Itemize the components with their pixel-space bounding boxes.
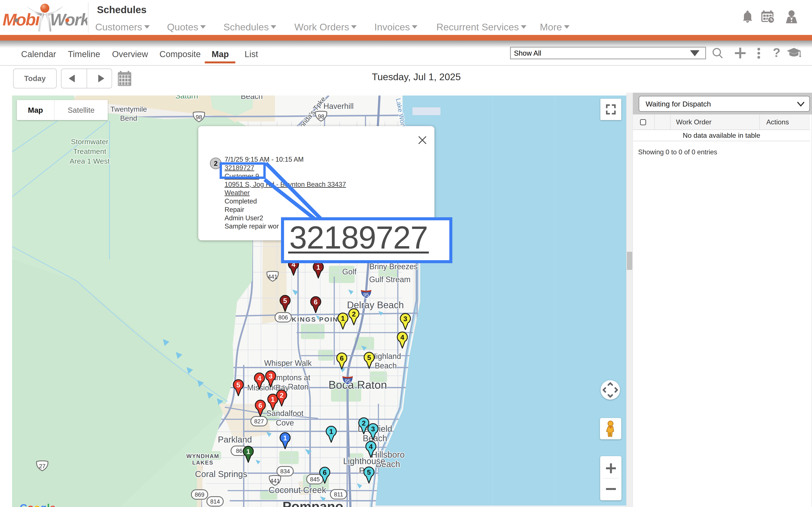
svg-text:441: 441	[270, 478, 280, 484]
svg-text:G: G	[20, 502, 27, 507]
svg-text:l: l	[47, 502, 50, 507]
svg-text:95: 95	[345, 378, 351, 384]
svg-text:3: 3	[403, 315, 407, 323]
svg-text:Beach: Beach	[375, 361, 397, 370]
svg-text:Boca Raton: Boca Raton	[328, 379, 387, 391]
svg-text:Golf: Golf	[342, 267, 357, 276]
svg-text:845: 845	[310, 476, 320, 483]
svg-text:98: 98	[196, 114, 202, 120]
svg-text:27: 27	[39, 463, 46, 469]
svg-text:98: 98	[318, 113, 324, 120]
svg-text:Lighthouse: Lighthouse	[343, 456, 385, 466]
svg-text:Bend: Bend	[120, 114, 137, 122]
svg-text:Saturn: Saturn	[175, 96, 198, 100]
svg-text:5: 5	[367, 468, 371, 476]
svg-text:1: 1	[271, 396, 275, 403]
svg-text:Coral Springs: Coral Springs	[195, 469, 247, 479]
svg-text:Briny Breezes: Briny Breezes	[369, 262, 418, 271]
svg-text:4: 4	[369, 443, 373, 451]
svg-text:Treatment: Treatment	[73, 147, 106, 156]
svg-text:Sandalfoot: Sandalfoot	[266, 409, 303, 418]
svg-text:Beach: Beach	[241, 96, 263, 101]
svg-text:2: 2	[352, 310, 356, 318]
svg-text:LAKES: LAKES	[192, 459, 213, 466]
svg-text:869: 869	[195, 492, 204, 498]
svg-text:o: o	[34, 502, 40, 507]
svg-text:Whisper Walk: Whisper Walk	[264, 359, 312, 368]
svg-text:KINGS POINT: KINGS POINT	[292, 316, 343, 323]
svg-text:Parkland: Parkland	[218, 435, 252, 444]
svg-text:2: 2	[362, 419, 366, 427]
svg-text:1: 1	[283, 434, 287, 442]
svg-text:1: 1	[329, 428, 333, 436]
svg-text:6: 6	[258, 402, 262, 409]
svg-text:86: 86	[236, 448, 242, 454]
svg-text:4: 4	[400, 334, 404, 341]
svg-text:811: 811	[334, 491, 343, 498]
svg-text:1: 1	[341, 315, 345, 322]
svg-text:e: e	[50, 502, 56, 507]
svg-text:?: ?	[773, 46, 780, 59]
svg-text:Gulf Stream: Gulf Stream	[369, 275, 411, 284]
svg-text:6: 6	[314, 298, 318, 306]
svg-text:1: 1	[316, 264, 320, 271]
svg-text:6: 6	[323, 469, 327, 476]
svg-text:Highland: Highland	[370, 352, 401, 361]
svg-text:827: 827	[254, 418, 264, 425]
svg-text:814: 814	[210, 498, 220, 505]
svg-text:WYNDHAM: WYNDHAM	[186, 453, 220, 459]
svg-text:5: 5	[283, 297, 287, 304]
svg-text:806: 806	[278, 314, 288, 321]
svg-text:834: 834	[280, 468, 290, 475]
svg-text:6: 6	[340, 354, 344, 362]
svg-text:Haverhill: Haverhill	[323, 102, 354, 111]
svg-text:95: 95	[363, 292, 369, 298]
svg-text:Coconut Creek: Coconut Creek	[269, 485, 326, 495]
svg-text:Mobi: Mobi	[3, 10, 40, 29]
svg-text:441: 441	[268, 274, 277, 280]
svg-text:o: o	[27, 502, 34, 507]
svg-text:3: 3	[371, 425, 375, 433]
svg-text:Pompano: Pompano	[283, 499, 343, 507]
svg-text:5: 5	[236, 381, 240, 389]
svg-text:5: 5	[367, 354, 371, 361]
svg-text:2: 2	[280, 391, 284, 399]
svg-text:Area 1 West: Area 1 West	[70, 157, 110, 165]
svg-text:3: 3	[269, 372, 272, 380]
svg-text:4: 4	[257, 375, 261, 382]
svg-text:Cove: Cove	[276, 418, 294, 427]
svg-text:1: 1	[246, 448, 250, 455]
svg-text:Stormwater: Stormwater	[71, 137, 108, 146]
svg-text:g: g	[41, 502, 47, 507]
svg-text:Twentymile: Twentymile	[110, 105, 147, 113]
